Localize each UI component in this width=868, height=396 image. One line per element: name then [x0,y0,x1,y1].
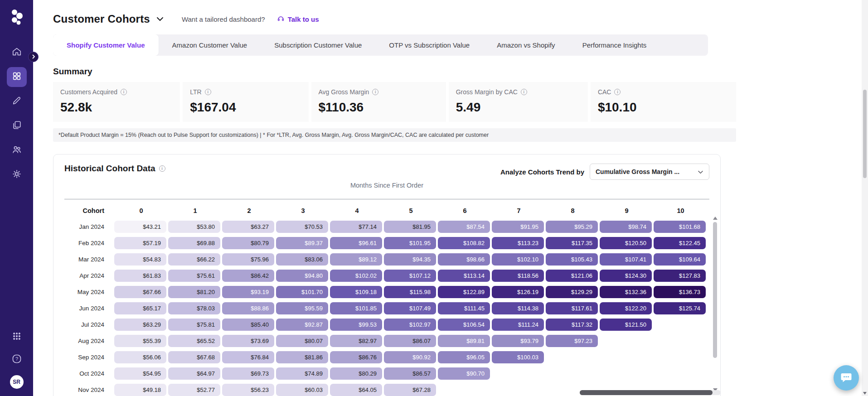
cohort-cell: $61.83 [114,270,166,282]
chevron-down-icon [698,168,703,175]
chat-widget-button[interactable] [834,365,859,391]
summary-card-customers-acquired: Customers Acquiredi 52.8k [53,82,180,122]
cohort-row: Jul 2024$63.29$75.81$85.40$92.87$99.53$1… [64,316,709,333]
cohort-cell: $107.49 [384,302,436,314]
tab-amazon-vs-shopify[interactable]: Amazon vs Shopify [483,34,568,56]
home-icon [12,47,22,58]
card-value: $10.10 [598,100,729,115]
cohort-row: Jun 2024$65.17$78.03$88.86$95.59$101.85$… [64,300,709,316]
sidebar-item-settings[interactable] [7,165,27,185]
chat-bubble-icon [840,371,853,385]
cohort-cell: $75.81 [168,319,220,331]
sidebar-item-apps[interactable] [7,330,27,344]
cohort-table-scrollbar[interactable] [713,217,718,391]
scrollbar-thumb[interactable] [713,222,717,358]
page-title-dropdown[interactable] [156,15,164,23]
month-column-header: 3 [276,207,330,214]
cohort-cell: $94.80 [276,270,328,282]
cohort-row-label: Aug 2024 [64,338,114,344]
tab-performance-insights[interactable]: Performance Insights [569,34,660,56]
cohort-cell: $101.70 [276,286,328,298]
sidebar-item-pen-tool[interactable] [7,92,27,111]
sidebar-item-home[interactable] [7,43,27,63]
cohort-cell: $101.68 [654,221,706,233]
tab-subscription-customer-value[interactable]: Subscription Customer Value [261,34,375,56]
cohort-cell: $70.53 [276,221,328,233]
cohort-cell: $87.54 [438,221,490,233]
page-scrollbar-thumb[interactable] [863,90,867,178]
cohort-cell: $93.79 [492,335,544,347]
cohort-cell: $52.77 [168,384,220,396]
dashboard-grid-icon [12,71,22,83]
cohort-cell: $132.36 [600,286,652,298]
summary-cards: Customers Acquiredi 52.8k LTRi $167.04 A… [53,82,736,122]
cohort-cell: $82.97 [330,335,382,347]
info-icon[interactable]: i [121,89,127,95]
cohort-cell: $67.66 [114,286,166,298]
cohort-cell: $63.29 [114,319,166,331]
app-logo[interactable] [9,9,24,27]
page-vertical-scrollbar[interactable] [862,0,868,396]
cohort-cell: $88.86 [222,302,274,314]
info-icon[interactable]: i [614,89,621,95]
cohort-cell: $54.95 [114,367,166,380]
cohort-cell: $89.81 [438,335,490,347]
cohort-row: Sep 2024$56.06$67.68$76.84$81.86$86.76$9… [64,349,709,365]
sidebar: ? SR [0,0,33,396]
cohort-cell: $54.83 [114,253,166,266]
horizontal-scrollbar-thumb[interactable] [580,390,713,395]
info-icon[interactable]: i [205,89,211,95]
sidebar-item-customers[interactable] [7,140,27,160]
cohort-cell: $55.39 [114,335,166,347]
cohort-cell: $109.18 [330,286,382,298]
month-column-header: 0 [114,207,168,214]
cohort-cell: $127.83 [654,270,706,282]
cohort-cell: $86.07 [384,335,436,347]
scroll-up-arrow-icon[interactable] [713,217,718,220]
users-icon [12,145,22,156]
info-icon[interactable]: i [372,89,378,95]
sidebar-expand-button[interactable] [28,52,39,62]
sidebar-item-documents[interactable] [7,116,27,136]
tab-amazon-customer-value[interactable]: Amazon Customer Value [159,34,261,56]
apps-grid-icon [12,332,21,343]
trend-by-select[interactable]: Cumulative Gross Margin ... [590,164,709,180]
sidebar-item-help[interactable]: ? [7,353,27,367]
cohort-row: Aug 2024$55.39$65.52$73.69$80.07$82.97$8… [64,333,709,349]
cohort-cell: $94.35 [384,253,436,266]
cohort-row: Mar 2024$54.83$66.22$75.96$83.06$89.12$9… [64,251,709,267]
cohort-cell: $81.20 [168,286,220,298]
cohort-cell: $108.82 [438,237,490,249]
cohort-cell: $98.74 [600,221,652,233]
summary-card-gross-margin-by-cac: Gross Margin by CACi 5.49 [449,82,588,122]
cohort-cell: $74.89 [276,367,328,380]
card-label: Customers Acquired [60,88,117,96]
horizontal-scrollbar[interactable] [580,390,721,395]
cohort-cell: $136.73 [654,286,706,298]
month-column-header: 5 [384,207,438,214]
talk-to-us-link[interactable]: Talk to us [277,15,319,24]
info-icon[interactable]: i [159,165,165,172]
sidebar-item-dashboards[interactable] [7,67,27,87]
cohort-panel: Historical Cohort Data i Analyze Cohorts… [53,154,721,396]
chevron-right-icon [31,53,36,60]
user-avatar[interactable]: SR [10,375,24,389]
cohort-cell: $100.03 [492,351,544,363]
cohort-cell: $80.79 [222,237,274,249]
cohort-cell: $56.06 [114,351,166,363]
cohort-cell: $93.19 [222,286,274,298]
cohort-cell: $63.27 [222,221,274,233]
tab-shopify-customer-value[interactable]: Shopify Customer Value [53,34,159,56]
tab-otp-vs-subscription-value[interactable]: OTP vs Subscription Value [375,34,483,56]
cohort-row: May 2024$67.66$81.20$93.19$101.70$109.18… [64,284,709,300]
cohort-cell: $80.29 [330,367,382,380]
cohort-cell: $122.89 [438,286,490,298]
page-scroll-down-arrow-icon[interactable] [863,392,867,395]
cohort-cell: $95.29 [546,221,598,233]
cohort-row-label: Apr 2024 [64,272,114,279]
info-icon[interactable]: i [521,89,527,95]
cohort-cell: $67.68 [168,351,220,363]
cohort-cell: $85.40 [222,319,274,331]
cohort-cell: $121.06 [546,270,598,282]
card-label: LTR [190,88,201,96]
